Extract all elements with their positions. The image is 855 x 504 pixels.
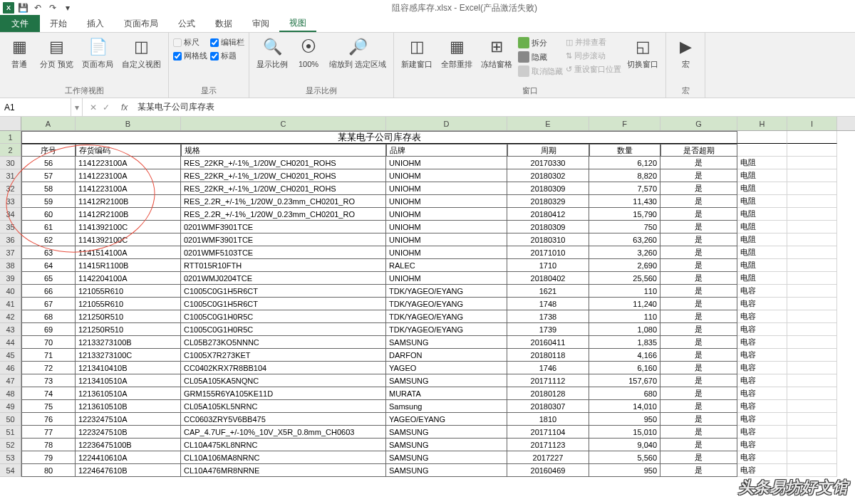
data-cell[interactable]: 电容 — [737, 310, 787, 323]
data-cell[interactable]: UNIOHM — [386, 208, 507, 221]
data-cell[interactable]: 是 — [660, 298, 737, 310]
header-cell[interactable]: 数量 — [589, 144, 660, 157]
data-cell[interactable]: 1213610510B — [76, 400, 181, 413]
data-cell[interactable]: 121055R610 — [76, 285, 181, 298]
data-cell[interactable]: 电阻 — [737, 157, 787, 169]
column-header[interactable]: D — [386, 117, 507, 130]
row-header[interactable]: 47 — [0, 374, 21, 387]
column-header[interactable]: C — [181, 117, 386, 130]
row-header[interactable]: 45 — [0, 349, 21, 362]
data-cell[interactable]: CL10A476MR8NRNE — [181, 464, 386, 477]
data-cell[interactable]: UNIOHM — [386, 233, 507, 246]
data-cell[interactable]: CC0603ZRY5V6BB475 — [181, 413, 386, 426]
data-cell[interactable]: 74 — [21, 387, 76, 400]
data-cell[interactable]: 61 — [21, 221, 76, 233]
data-cell[interactable]: 电阻 — [737, 246, 787, 259]
data-cell[interactable]: GRM155R6YA105KE11D — [181, 387, 386, 400]
data-cell[interactable]: Samsung — [386, 400, 507, 413]
data-cell[interactable]: SAMSUNG — [386, 336, 507, 349]
header-cell[interactable]: 周期 — [507, 144, 589, 157]
data-cell[interactable]: 电容 — [737, 336, 787, 349]
data-cell[interactable]: TDK/YAGEO/EYANG — [386, 298, 507, 310]
data-cell[interactable]: CL05A105KL5NRNC — [181, 400, 386, 413]
data-cell[interactable] — [787, 298, 837, 310]
cancel-icon[interactable]: ✕ — [90, 103, 97, 112]
data-cell[interactable] — [787, 272, 837, 285]
data-cell[interactable]: 是 — [660, 285, 737, 298]
data-cell[interactable]: 是 — [660, 323, 737, 336]
data-cell[interactable]: 电阻 — [737, 259, 787, 272]
data-cell[interactable]: 20171112 — [507, 374, 589, 387]
data-cell[interactable]: 1213410410B — [76, 362, 181, 374]
data-cell[interactable] — [787, 362, 837, 374]
data-cell[interactable] — [787, 323, 837, 336]
row-header[interactable]: 51 — [0, 426, 21, 439]
data-cell[interactable]: 电容 — [737, 464, 787, 477]
formula-input[interactable]: 某某电子公司库存表 — [132, 101, 855, 113]
data-cell[interactable]: DARFON — [386, 349, 507, 362]
data-cell[interactable]: SAMSUNG — [386, 439, 507, 451]
data-cell[interactable]: UNIOHM — [386, 246, 507, 259]
row-header[interactable]: 42 — [0, 310, 21, 323]
view-custom-button[interactable]: ◫自定义视图 — [119, 34, 164, 70]
data-cell[interactable]: 56 — [21, 157, 76, 169]
header-cell[interactable]: 规格 — [181, 144, 386, 157]
data-cell[interactable]: 是 — [660, 374, 737, 387]
data-cell[interactable]: 电阻 — [737, 195, 787, 208]
column-header[interactable]: B — [76, 117, 181, 130]
split-button[interactable]: 拆分 — [518, 37, 563, 48]
data-cell[interactable] — [787, 285, 837, 298]
data-cell[interactable] — [787, 233, 837, 246]
column-header[interactable]: A — [21, 117, 76, 130]
data-cell[interactable]: 是 — [660, 157, 737, 169]
row-header[interactable]: 37 — [0, 246, 21, 259]
data-cell[interactable]: 68 — [21, 310, 76, 323]
row-header[interactable]: 53 — [0, 451, 21, 464]
data-cell[interactable]: 110 — [589, 310, 660, 323]
data-cell[interactable]: YAGEO/EYANG — [386, 413, 507, 426]
data-cell[interactable]: 78 — [21, 439, 76, 451]
data-cell[interactable]: 是 — [660, 451, 737, 464]
data-cell[interactable]: 20171104 — [507, 426, 589, 439]
data-cell[interactable]: 是 — [660, 233, 737, 246]
data-cell[interactable]: 1,080 — [589, 323, 660, 336]
data-cell[interactable]: 电容 — [737, 349, 787, 362]
freeze-panes-button[interactable]: ⊞冻结窗格 — [478, 34, 515, 70]
data-cell[interactable]: 25,560 — [589, 272, 660, 285]
row-header[interactable]: 35 — [0, 221, 21, 233]
header-cell[interactable] — [787, 144, 837, 157]
switch-window-button[interactable]: ◱切换窗口 — [624, 34, 661, 70]
row-header[interactable]: 44 — [0, 336, 21, 349]
row-header[interactable]: 41 — [0, 298, 21, 310]
data-cell[interactable]: 15,790 — [589, 208, 660, 221]
data-cell[interactable]: 1141223100A — [76, 169, 181, 182]
data-cell[interactable]: 12236475100B — [76, 439, 181, 451]
row-header[interactable]: 32 — [0, 182, 21, 195]
fx-icon[interactable]: fx — [117, 103, 132, 112]
data-cell[interactable]: TDK/YAGEO/EYANG — [386, 323, 507, 336]
row-header[interactable]: 30 — [0, 157, 21, 169]
data-cell[interactable]: 1213610510A — [76, 387, 181, 400]
data-cell[interactable]: 73 — [21, 374, 76, 387]
data-cell[interactable]: 63,260 — [589, 233, 660, 246]
row-header[interactable]: 38 — [0, 259, 21, 272]
data-cell[interactable]: TDK/YAGEO/EYANG — [386, 310, 507, 323]
data-cell[interactable]: 是 — [660, 182, 737, 195]
data-cell[interactable]: 20180402 — [507, 272, 589, 285]
data-cell[interactable]: 64 — [21, 259, 76, 272]
row-header[interactable]: 36 — [0, 233, 21, 246]
data-cell[interactable]: 1621 — [507, 285, 589, 298]
column-header[interactable]: E — [507, 117, 589, 130]
data-cell[interactable]: 680 — [589, 387, 660, 400]
data-cell[interactable]: 9,040 — [589, 439, 660, 451]
data-cell[interactable]: 20180302 — [507, 169, 589, 182]
data-cell[interactable]: 1738 — [507, 310, 589, 323]
data-cell[interactable]: 20180329 — [507, 195, 589, 208]
data-cell[interactable]: 62 — [21, 233, 76, 246]
data-cell[interactable] — [787, 349, 837, 362]
data-cell[interactable]: C1005X7R273KET — [181, 349, 386, 362]
data-cell[interactable] — [787, 169, 837, 182]
data-cell[interactable] — [787, 413, 837, 426]
data-cell[interactable]: 电阻 — [737, 169, 787, 182]
data-cell[interactable]: 70 — [21, 336, 76, 349]
